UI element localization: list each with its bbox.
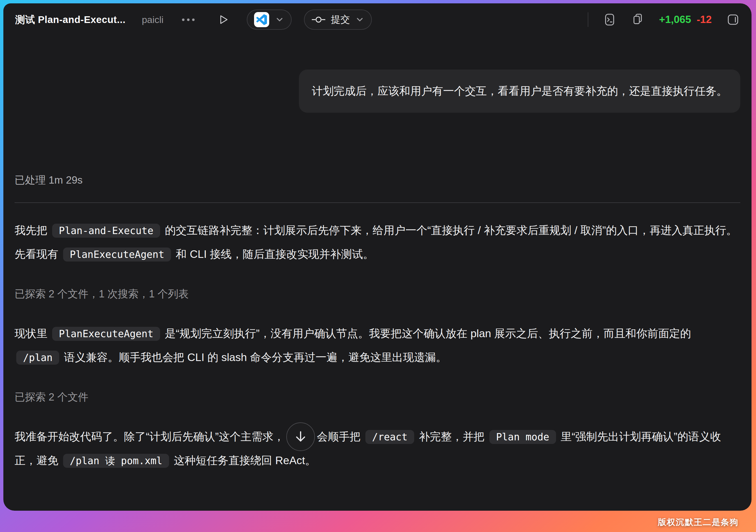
git-commit-icon [311,15,326,24]
chat-area: 计划完成后，应该和用户有一个交互，看看用户是否有要补充的，还是直接执行任务。 已… [3,34,751,511]
commit-button[interactable]: 提交 [304,10,372,30]
assistant-paragraph: 现状里 PlanExecuteAgent 是“规划完立刻执行”，没有用户确认节点… [14,322,740,369]
chevron-down-icon [355,15,364,24]
run-button[interactable] [218,14,229,25]
chat-blocks: 我先把 Plan-and-Execute 的交互链路补完整：计划展示后先停下来，… [14,219,740,472]
assistant-paragraph: 我准备开始改代码了。除了“计划后先确认”这个主需求，会顺手把 /react 补完… [14,425,740,472]
scroll-to-bottom-anchor [284,425,317,448]
inline-code: PlanExecuteAgent [52,327,160,341]
diff-added: +1,065 [659,14,691,25]
inline-code: /plan 读 pom.xml [63,454,169,468]
app-window: 测试 Plan-and-Execut... paicli 提交 [3,3,751,511]
more-options-button[interactable] [182,18,195,21]
section-divider [14,202,740,203]
diff-stats: +1,065 -12 [659,14,712,25]
watermark-text: 版权沉默王二是条狗 [658,517,739,528]
toggle-sidebar-button[interactable] [726,13,740,26]
play-icon [218,14,229,25]
toolbar-divider [588,12,588,27]
user-message-row: 计划完成后，应该和用户有一个交互，看看用户是否有要补充的，还是直接执行任务。 [13,69,740,113]
arrow-down-icon [293,429,308,444]
vscode-logo-icon [256,14,267,25]
chevron-down-icon [275,15,284,24]
copy-icon [631,13,644,26]
processed-time-label: 已处理 1m 29s [14,173,740,187]
ellipsis-icon [182,18,184,21]
title-bar: 测试 Plan-and-Execut... paicli 提交 [3,3,751,34]
inline-code: /plan [16,351,59,365]
inline-code: PlanExecuteAgent [63,248,171,261]
activity-summary: 已探索 2 个文件，1 次搜索，1 个列表 [14,287,740,301]
commit-button-label: 提交 [331,13,350,26]
window-title: 测试 Plan-and-Execut... [15,13,126,26]
activity-summary: 已探索 2 个文件 [14,390,740,404]
terminal-icon [603,13,616,26]
user-message-bubble: 计划完成后，应该和用户有一个交互，看看用户是否有要补充的，还是直接执行任务。 [299,69,740,113]
inline-code: /react [365,430,414,444]
open-in-vscode-button[interactable] [247,10,292,30]
inline-code: Plan mode [489,430,556,444]
assistant-paragraph: 我先把 Plan-and-Execute 的交互链路补完整：计划展示后先停下来，… [14,219,740,266]
vscode-icon [254,12,269,27]
diff-removed: -12 [697,14,712,25]
sidebar-panel-icon [726,13,740,26]
copy-files-button[interactable] [631,13,644,26]
scroll-to-bottom-button[interactable] [286,422,315,451]
project-name: paicli [142,14,164,25]
title-bar-right-group: +1,065 -12 [588,12,740,27]
inline-code: Plan-and-Execute [52,224,160,238]
terminal-button[interactable] [603,13,616,26]
